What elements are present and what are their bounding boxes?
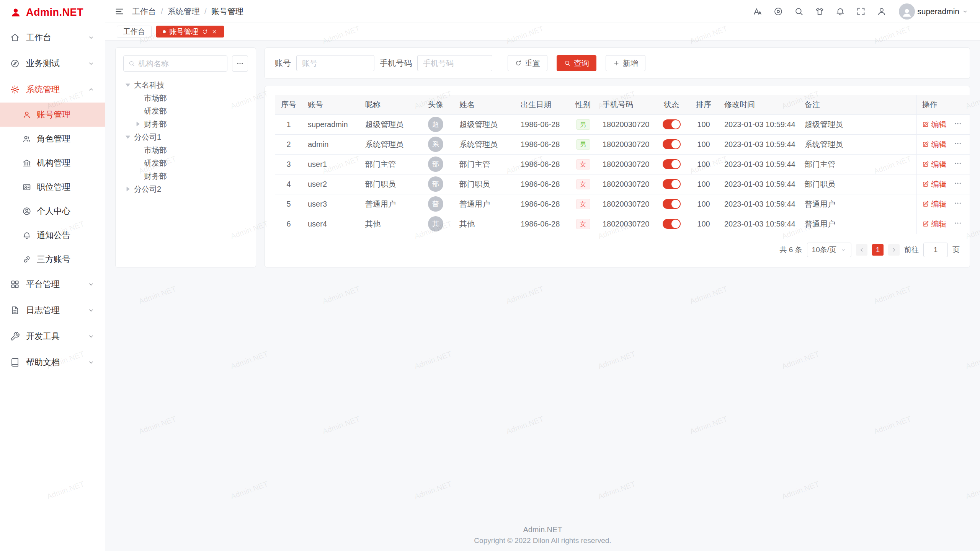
tab-workbench[interactable]: 工作台 bbox=[117, 26, 152, 37]
tree-node[interactable]: 大名科技 bbox=[123, 78, 248, 91]
edit-button[interactable]: 编辑 bbox=[922, 119, 947, 130]
tree-node[interactable]: 市场部 bbox=[133, 143, 248, 156]
fullscreen-icon[interactable] bbox=[856, 7, 866, 16]
more-actions-button[interactable] bbox=[954, 199, 962, 209]
sidebar-item-dev-tools[interactable]: 开发工具 bbox=[0, 323, 105, 349]
org-search-input[interactable] bbox=[138, 59, 222, 68]
sidebar-item-role-management[interactable]: 角色管理 bbox=[0, 127, 105, 151]
org-more-button[interactable] bbox=[232, 55, 248, 72]
sidebar-item-org-management[interactable]: 机构管理 bbox=[0, 151, 105, 175]
status-toggle[interactable] bbox=[663, 159, 681, 169]
chevron-down-icon bbox=[87, 34, 95, 41]
more-actions-button[interactable] bbox=[954, 119, 962, 130]
more-icon bbox=[954, 219, 962, 227]
tree-node-label: 研发部 bbox=[144, 106, 167, 116]
cell-name: 部门职员 bbox=[454, 174, 515, 194]
collapse-menu-icon[interactable] bbox=[114, 7, 124, 16]
search-button[interactable]: 查询 bbox=[557, 55, 596, 71]
theme-icon[interactable] bbox=[773, 7, 783, 16]
sidebar-item-label: 角色管理 bbox=[37, 133, 70, 145]
reset-button[interactable]: 重置 bbox=[508, 55, 547, 71]
search-icon[interactable] bbox=[794, 7, 804, 16]
edit-button[interactable]: 编辑 bbox=[922, 139, 947, 150]
breadcrumb-item[interactable]: 系统管理 bbox=[168, 6, 200, 17]
caret-icon[interactable] bbox=[123, 184, 132, 194]
sidebar-item-log-management[interactable]: 日志管理 bbox=[0, 297, 105, 323]
sidebar-item-workbench[interactable]: 工作台 bbox=[0, 24, 105, 51]
edit-button[interactable]: 编辑 bbox=[922, 159, 947, 170]
account-input[interactable] bbox=[296, 55, 374, 71]
table-row: 3user1部门主管部部门主管1986-06-28女18020030720100… bbox=[275, 154, 970, 174]
goto-page-input[interactable] bbox=[923, 243, 948, 257]
edit-button[interactable]: 编辑 bbox=[922, 199, 947, 209]
more-actions-button[interactable] bbox=[954, 219, 962, 229]
account-label: 账号 bbox=[275, 58, 291, 68]
tab-account-management[interactable]: 账号管理 bbox=[156, 26, 224, 37]
avatar bbox=[899, 3, 915, 20]
more-actions-button[interactable] bbox=[954, 139, 962, 150]
sidebar-item-business-test[interactable]: 业务测试 bbox=[0, 51, 105, 77]
toggle-knob bbox=[671, 120, 680, 129]
prev-page-button[interactable] bbox=[856, 244, 867, 256]
sidebar-item-third-party-account[interactable]: 三方账号 bbox=[0, 247, 105, 271]
status-toggle[interactable] bbox=[663, 179, 681, 189]
tree-node[interactable]: 财务部 bbox=[133, 117, 248, 130]
next-page-button[interactable] bbox=[888, 244, 900, 256]
gender-tag: 女 bbox=[576, 219, 590, 229]
cell-name: 超级管理员 bbox=[454, 114, 515, 134]
phone-input[interactable] bbox=[417, 55, 492, 71]
sidebar-item-account-management[interactable]: 账号管理 bbox=[0, 103, 105, 127]
footer: Admin.NET Copyright © 2022 Dilon All rig… bbox=[105, 525, 980, 545]
cell-birthday: 1986-06-28 bbox=[515, 174, 569, 194]
status-toggle[interactable] bbox=[663, 139, 681, 149]
cell-account: user4 bbox=[302, 214, 360, 234]
tree-node[interactable]: 财务部 bbox=[133, 170, 248, 183]
add-button[interactable]: 新增 bbox=[606, 55, 645, 71]
user-icon bbox=[22, 110, 31, 119]
cell-phone: 18020030720 bbox=[597, 174, 655, 194]
sidebar-menu: 工作台业务测试系统管理账号管理角色管理机构管理职位管理个人中心通知公告三方账号平… bbox=[0, 24, 105, 375]
column-header: 头像 bbox=[417, 95, 454, 114]
breadcrumb-item[interactable]: 工作台 bbox=[132, 6, 156, 17]
user-menu[interactable]: superadmin bbox=[897, 3, 969, 20]
avatar-person-icon bbox=[901, 7, 913, 18]
sidebar-item-system-management[interactable]: 系统管理 bbox=[0, 77, 105, 103]
sidebar-item-platform-management[interactable]: 平台管理 bbox=[0, 271, 105, 297]
tree-node[interactable]: 市场部 bbox=[133, 91, 248, 104]
more-actions-button[interactable] bbox=[954, 159, 962, 170]
page-size-select[interactable]: 10条/页 bbox=[807, 243, 851, 257]
tab-label: 账号管理 bbox=[169, 27, 198, 37]
sidebar-item-help-docs[interactable]: 帮助文档 bbox=[0, 349, 105, 375]
logo[interactable]: Admin.NET bbox=[0, 0, 105, 24]
skin-icon[interactable] bbox=[815, 7, 825, 16]
sidebar-item-notice-announcement[interactable]: 通知公告 bbox=[0, 223, 105, 247]
cell-actions: 编辑 bbox=[916, 214, 970, 234]
tabbar: 工作台 账号管理 bbox=[105, 23, 980, 41]
cell-status bbox=[655, 194, 688, 214]
profile-icon[interactable] bbox=[877, 7, 887, 16]
edit-icon bbox=[922, 121, 929, 128]
edit-button[interactable]: 编辑 bbox=[922, 219, 947, 229]
page-number-button[interactable]: 1 bbox=[872, 244, 884, 256]
tree-node[interactable]: 分公司2 bbox=[123, 183, 248, 196]
caret-icon[interactable] bbox=[123, 132, 132, 142]
font-size-icon[interactable] bbox=[753, 7, 763, 16]
tree-node[interactable]: 研发部 bbox=[133, 156, 248, 170]
sidebar-item-personal-center[interactable]: 个人中心 bbox=[0, 199, 105, 223]
close-icon[interactable] bbox=[211, 29, 217, 35]
edit-icon bbox=[922, 220, 929, 227]
caret-icon[interactable] bbox=[123, 80, 132, 90]
status-toggle[interactable] bbox=[663, 199, 681, 209]
status-toggle[interactable] bbox=[663, 119, 681, 129]
bell-icon[interactable] bbox=[835, 7, 845, 16]
caret-icon[interactable] bbox=[133, 119, 142, 129]
sidebar: Admin.NET 工作台业务测试系统管理账号管理角色管理机构管理职位管理个人中… bbox=[0, 0, 105, 551]
refresh-icon[interactable] bbox=[202, 29, 208, 35]
cell-gender: 女 bbox=[569, 194, 597, 214]
tree-node[interactable]: 分公司1 bbox=[123, 130, 248, 143]
sidebar-item-position-management[interactable]: 职位管理 bbox=[0, 175, 105, 199]
edit-button[interactable]: 编辑 bbox=[922, 179, 947, 189]
tree-node[interactable]: 研发部 bbox=[133, 104, 248, 117]
more-actions-button[interactable] bbox=[954, 179, 962, 189]
status-toggle[interactable] bbox=[663, 219, 681, 229]
